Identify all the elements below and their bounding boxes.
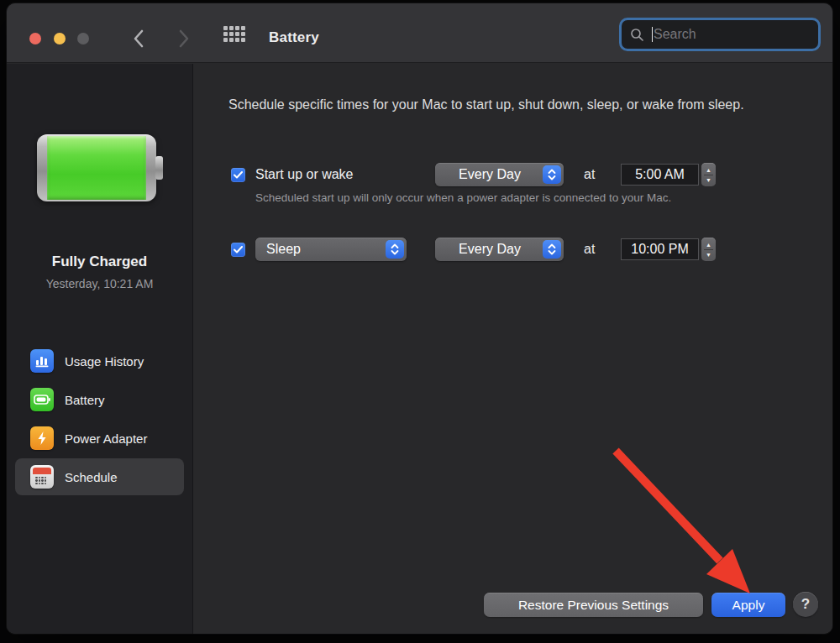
forward-button[interactable]	[175, 25, 193, 52]
stepper-down-icon: ▼	[706, 177, 711, 183]
sleep-time-field[interactable]: 10:00 PM	[621, 238, 699, 260]
sidebar-item-usage-history[interactable]: Usage History	[15, 342, 184, 379]
battery-icon	[30, 388, 54, 411]
checkmark-icon	[234, 171, 243, 179]
sleep-checkbox[interactable]	[231, 243, 245, 257]
stepper-up-icon: ▲	[706, 167, 711, 173]
sidebar-item-label: Schedule	[65, 470, 118, 484]
sidebar-item-battery[interactable]: Battery	[15, 381, 184, 418]
startup-time-stepper[interactable]: ▲ ▼	[701, 163, 716, 186]
sleep-action-dropdown[interactable]: Sleep	[255, 238, 407, 261]
sidebar-item-label: Battery	[65, 393, 105, 407]
minimize-button[interactable]	[54, 33, 66, 44]
sidebar-item-label: Usage History	[65, 354, 144, 369]
sidebar: Fully Charged Yesterday, 10:21 AM Usage …	[7, 64, 193, 634]
chevron-up-down-icon	[386, 240, 404, 259]
schedule-pane: Schedule specific times for your Mac to …	[194, 64, 832, 634]
help-button[interactable]: ?	[793, 592, 818, 617]
back-button[interactable]	[129, 25, 147, 52]
battery-status-title: Fully Charged	[7, 254, 192, 270]
text-cursor	[652, 27, 653, 42]
startup-frequency-dropdown[interactable]: Every Day	[435, 163, 564, 186]
sidebar-nav: Usage History Battery	[7, 341, 192, 497]
stepper-up-icon: ▲	[706, 242, 711, 248]
at-label: at	[584, 242, 595, 257]
battery-status-subtitle: Yesterday, 10:21 AM	[7, 277, 192, 290]
sleep-frequency-dropdown[interactable]: Every Day	[435, 238, 564, 261]
search-icon	[630, 28, 644, 42]
chevron-left-icon	[133, 29, 144, 48]
pane-description: Schedule specific times for your Mac to …	[228, 96, 808, 114]
calendar-icon	[30, 465, 54, 489]
zoom-button[interactable]	[77, 33, 89, 44]
at-label: at	[584, 167, 595, 182]
stepper-down-icon: ▼	[706, 252, 711, 258]
battery-status-icon	[37, 134, 163, 201]
bar-chart-icon	[30, 349, 54, 373]
startup-time-field[interactable]: 5:00 AM	[621, 164, 699, 186]
apply-button[interactable]: Apply	[711, 593, 785, 617]
search-field[interactable]	[619, 18, 821, 51]
chevron-up-down-icon	[543, 165, 561, 184]
close-button[interactable]	[29, 33, 41, 44]
schedule-row-sleep: Sleep Every Day at	[228, 238, 832, 261]
chevron-up-down-icon	[543, 240, 561, 259]
sidebar-item-schedule[interactable]: Schedule	[15, 458, 184, 495]
sidebar-item-label: Power Adapter	[65, 431, 147, 446]
startup-row-label: Start up or wake	[255, 167, 354, 182]
page-title: Battery	[269, 29, 319, 46]
chevron-right-icon	[179, 29, 190, 48]
titlebar: Battery	[7, 3, 832, 63]
schedule-row-startup: Start up or wake Every Day at 5:00 AM ▲ …	[228, 163, 832, 186]
battery-preferences-window: Battery Fully Charged Yesterday, 10:21 A…	[7, 3, 832, 634]
startup-note: Scheduled start up will only occur when …	[255, 191, 671, 204]
sleep-time-stepper[interactable]: ▲ ▼	[701, 238, 716, 261]
show-all-grid-icon[interactable]	[223, 26, 245, 42]
sidebar-item-power-adapter[interactable]: Power Adapter	[15, 420, 184, 457]
restore-previous-settings-button[interactable]: Restore Previous Settings	[484, 593, 703, 617]
search-input[interactable]	[654, 27, 810, 42]
startup-checkbox[interactable]	[231, 168, 245, 182]
lightning-bolt-icon	[30, 426, 54, 450]
checkmark-icon	[234, 246, 243, 254]
